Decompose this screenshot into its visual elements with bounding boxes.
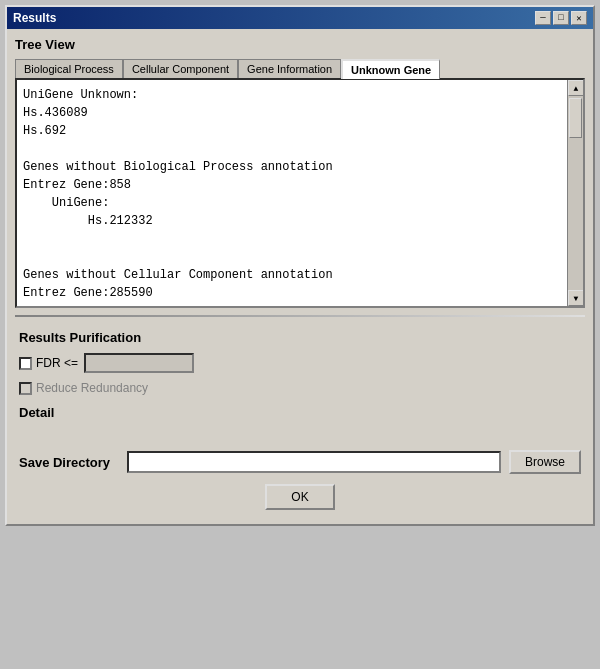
- tab-content-text: UniGene Unknown: Hs.436089 Hs.692 Genes …: [17, 80, 567, 306]
- scroll-track: [568, 96, 583, 290]
- ok-button[interactable]: OK: [265, 484, 335, 510]
- fdr-checkbox-container: FDR <=: [19, 356, 78, 370]
- detail-label: Detail: [19, 405, 581, 420]
- text-content-area: UniGene Unknown: Hs.436089 Hs.692 Genes …: [15, 78, 585, 308]
- tab-unknown-gene[interactable]: Unknown Gene: [341, 59, 440, 79]
- scroll-down-button[interactable]: ▼: [568, 290, 584, 306]
- tree-view-label: Tree View: [15, 37, 585, 52]
- save-directory-row: Save Directory Browse: [19, 450, 581, 474]
- window-title: Results: [13, 11, 56, 25]
- browse-button[interactable]: Browse: [509, 450, 581, 474]
- close-button[interactable]: ✕: [571, 11, 587, 25]
- save-directory-label: Save Directory: [19, 455, 119, 470]
- reduce-redundancy-row: Reduce Redundancy: [19, 381, 581, 395]
- reduce-redundancy-checkbox[interactable]: [19, 382, 32, 395]
- tab-biological-process[interactable]: Biological Process: [15, 59, 123, 79]
- ok-row: OK: [19, 484, 581, 510]
- results-purification-label: Results Purification: [19, 330, 581, 345]
- reduce-redundancy-label: Reduce Redundancy: [36, 381, 148, 395]
- scroll-up-button[interactable]: ▲: [568, 80, 584, 96]
- divider-line: [15, 315, 585, 317]
- section-divider: [15, 312, 585, 320]
- tab-gene-information[interactable]: Gene Information: [238, 59, 341, 79]
- scroll-thumb[interactable]: [569, 98, 582, 138]
- results-window: Results — □ ✕ Tree View Biological Proce…: [5, 5, 595, 526]
- results-purification-section: Results Purification FDR <= Reduce Redun…: [15, 324, 585, 516]
- vertical-scrollbar[interactable]: ▲ ▼: [567, 80, 583, 306]
- tab-cellular-component[interactable]: Cellular Component: [123, 59, 238, 79]
- window-body: Tree View Biological Process Cellular Co…: [7, 29, 593, 524]
- title-bar: Results — □ ✕: [7, 7, 593, 29]
- tabs-container: Biological Process Cellular Component Ge…: [15, 58, 585, 78]
- minimize-button[interactable]: —: [535, 11, 551, 25]
- fdr-row: FDR <=: [19, 353, 581, 373]
- fdr-label: FDR <=: [36, 356, 78, 370]
- restore-button[interactable]: □: [553, 11, 569, 25]
- fdr-input[interactable]: [84, 353, 194, 373]
- fdr-checkbox[interactable]: [19, 357, 32, 370]
- title-controls: — □ ✕: [535, 11, 587, 25]
- save-directory-input[interactable]: [127, 451, 501, 473]
